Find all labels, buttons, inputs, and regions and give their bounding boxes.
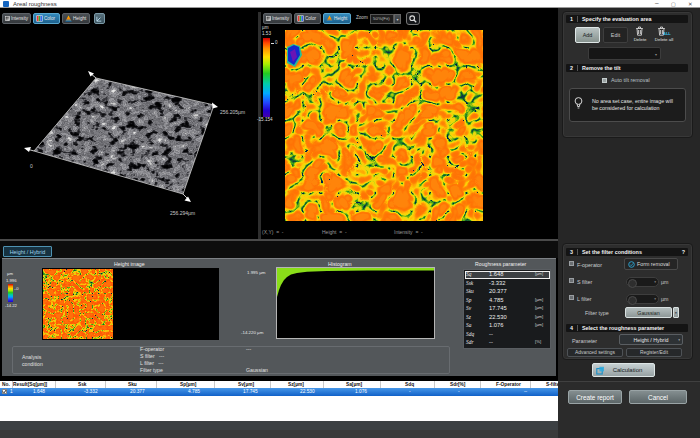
svg-text:256.294µm: 256.294µm xyxy=(170,210,195,216)
svg-text:256.205µm: 256.205µm xyxy=(220,109,245,115)
svg-text:0: 0 xyxy=(30,163,33,169)
